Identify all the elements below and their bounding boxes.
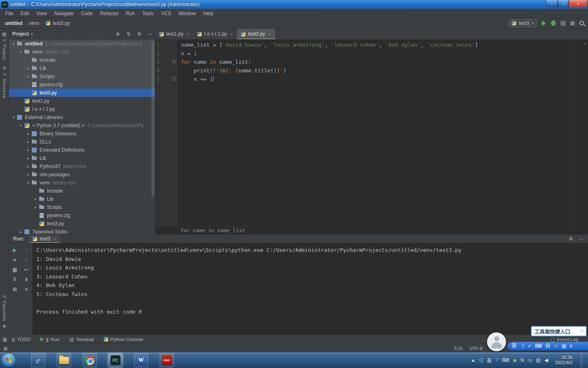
caret-position[interactable]: 5:11 [454,346,463,351]
tree-item-python-3-7-untitled[interactable]: ▾< Python 3.7 (untitled) >C:\Users\Admin… [9,121,155,130]
tray-display-tray[interactable]: ▤ [536,357,541,363]
taskbar-app-word[interactable]: W [134,353,148,367]
toolwindow-toggle-icon[interactable]: ▣ [3,346,8,351]
minimize-button[interactable]: − [546,0,558,7]
menu-item-code[interactable]: Code [77,9,96,18]
menu-item-view[interactable]: View [33,9,51,18]
ime-icon-4[interactable]: ⌨ [535,342,542,350]
breadcrumb-venv[interactable]: venv [29,20,39,26]
taskbar-app-chrome[interactable] [82,353,97,367]
tab-text3-py[interactable]: text3.py× [237,29,275,39]
toolwindow-button-6-todo[interactable]: 6: TODO [12,337,31,342]
menu-item-tools[interactable]: Tools [138,9,157,18]
floating-avatar[interactable] [487,332,506,351]
tree-item-text1-py[interactable]: text1.py [9,97,155,105]
restore-layout-button[interactable]: ▦ [12,267,17,273]
run-tab-text3[interactable]: text3 × [29,235,60,243]
tree-item-extended-definitions[interactable]: ▸Extended Definitions [9,146,155,154]
tree-item-dlls[interactable]: ▸DLLs [9,138,155,146]
console[interactable]: C:\Users\Administrator\PycharmProjects\u… [33,243,588,334]
tree-item-include[interactable]: Include [9,56,155,64]
fold-icon[interactable] [172,77,176,81]
menu-item-window[interactable]: Window [175,9,200,18]
settings-icon[interactable]: ⚙ [137,31,142,37]
ime-icon-7[interactable]: ▦ [561,342,566,350]
tree-item-lib[interactable]: ▸Lib [9,195,155,203]
tree-item-venv[interactable]: ▾venvlibrary root [9,179,155,187]
tree-item-pyvenv-cfg[interactable]: pyvenv.cfg [9,211,155,220]
tree-item-text3-py[interactable]: text3.py [9,220,155,228]
tab-text1-py[interactable]: text1.py× [155,29,193,39]
breadcrumb-untitled[interactable]: untitled [5,20,22,26]
tree-item-include[interactable]: Include [9,187,155,195]
locate-icon[interactable]: ⊕ [116,31,120,37]
tree-item-lib[interactable]: ▸Lib [9,64,155,72]
tray-ime-lang[interactable]: 英 [487,357,492,364]
menu-item-refactor[interactable]: Refactor [96,9,122,18]
tool-button-1-project[interactable]: ▦1: Project [2,29,7,63]
stop-button[interactable]: ■ [13,257,16,263]
up-stack-trace-button[interactable]: ↑ [25,247,28,253]
tree-item-t-e-x-t-2-py[interactable]: t e x t 2.py [9,105,155,113]
settings-icon[interactable]: ⚙ [569,236,573,242]
scroll-to-end-button[interactable]: ⇟ [24,277,29,283]
taskbar-app-ie[interactable]: e [31,353,45,367]
tree-scrollbar[interactable] [151,41,154,197]
clear-all-button[interactable]: ⊠ [13,287,17,292]
close-button[interactable]: × [569,0,587,7]
file-encoding[interactable]: UTF-8 [469,346,483,351]
ime-icon-5[interactable]: 自 [545,342,550,350]
search-everywhere-icon[interactable] [579,21,584,25]
pin-tab-button[interactable]: ⊼ [13,277,17,283]
coverage-button[interactable] [561,21,566,26]
menu-item-navigate[interactable]: Navigate [51,9,77,18]
close-icon[interactable]: × [580,328,583,334]
close-icon[interactable]: × [53,236,56,241]
down-stack-trace-button[interactable]: ↓ [25,257,28,263]
inspections-ok-icon[interactable]: ✓ [584,40,587,46]
tree-item-scripts[interactable]: ▸Scripts [9,72,155,81]
tree-item-venv[interactable]: ▾venvlibrary root [9,48,155,56]
tool-button-2-favorites[interactable]: 2: Favorites★ [2,292,7,332]
minimize-icon[interactable]: ─ [579,236,583,242]
tree-item-binary-skeletons[interactable]: ▸Binary Skeletons [9,130,155,138]
menu-item-help[interactable]: Help [200,9,217,18]
taskbar-app-pycharm[interactable]: PC [108,353,122,367]
fold-icon[interactable] [172,60,176,63]
taskbar-app-pdf[interactable]: PDF [160,353,174,367]
taskbar-app-explorer[interactable] [57,353,71,367]
soft-wrap-button[interactable]: ↩ [24,267,29,273]
ime-icon-8[interactable]: ≡ [570,342,572,350]
run-config-selector[interactable]: text3 ▾ [508,19,537,27]
tray-hidden-icons[interactable]: ▲ [471,357,476,363]
tab-t-e-x-t-2-py[interactable]: t e x t 2.py× [193,29,237,39]
tray-help-tray[interactable]: ? [495,357,498,363]
breadcrumb-text3-py[interactable]: text3.py [53,20,70,26]
print-console-button[interactable]: ≡ [25,287,28,292]
tool-button-7-structure[interactable]: ≣7: Structure [2,63,7,101]
start-button[interactable] [1,353,16,368]
tree-item-text3-py[interactable]: text3.py [9,89,155,97]
menu-item-vcs[interactable]: VCS [157,9,175,18]
tree-item-external-libraries[interactable]: ▾External Libraries [9,113,155,121]
ime-icon-2[interactable]: ☽ [520,342,524,350]
taskbar-clock[interactable]: 16:36 2021/4/2 [555,355,572,366]
tray-keyboard-tray[interactable]: ⌨ [502,357,509,363]
rerun-button[interactable]: ▶ [13,247,17,253]
collapse-all-icon[interactable]: ⇅ [127,31,131,37]
tree-item-site-packages[interactable]: ▸site-packages [9,171,155,179]
tree-item-lib[interactable]: ▸Lib [9,154,155,162]
close-icon[interactable]: × [187,31,189,36]
toolwindow-button-terminal[interactable]: ▤Terminal [69,337,94,342]
tree-item-pyvenv-cfg[interactable]: pyvenv.cfg [9,81,155,89]
tray-hp-tray[interactable]: hp [528,358,532,363]
ime-icon-3[interactable]: ✓ [528,342,532,350]
show-desktop-button[interactable] [579,352,583,368]
tray-note-tray[interactable]: N [521,357,524,363]
menu-item-run[interactable]: Run [122,9,138,18]
run-button[interactable] [542,21,546,26]
menu-item-edit[interactable]: Edit [17,9,33,18]
tray-safety-tray[interactable]: ◉ [512,357,517,363]
tree-item-scripts[interactable]: ▸Scripts [9,203,155,211]
tree-item-typeshed-stubs[interactable]: ▸Typeshed Stubs [9,228,155,234]
